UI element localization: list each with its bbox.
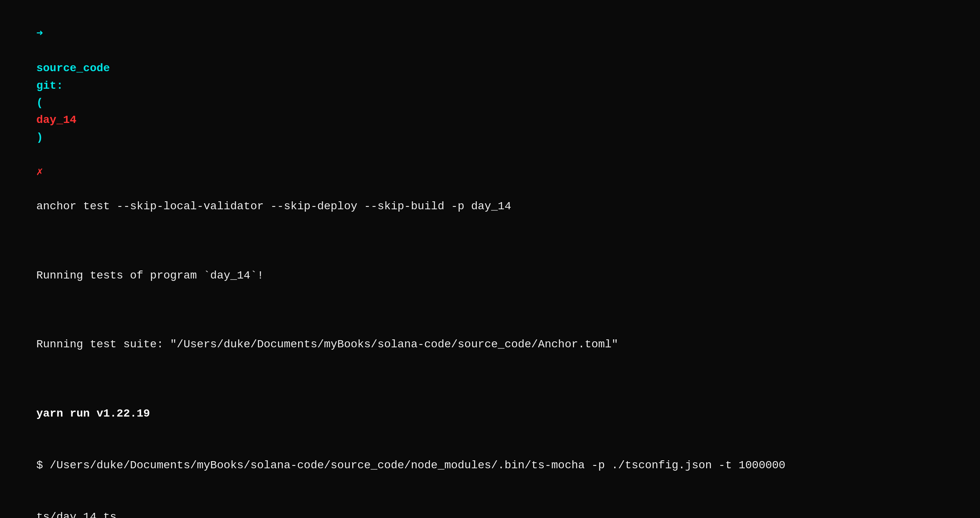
empty-line-1 xyxy=(10,232,970,249)
yarn-command-text-2: ts/day_14.ts xyxy=(36,511,117,518)
running-program-text: Running tests of program `day_14`! xyxy=(36,269,264,282)
prompt-branch-1: day_14 xyxy=(36,114,76,126)
yarn-command-text: $ /Users/duke/Documents/myBooks/solana-c… xyxy=(36,459,785,471)
empty-line-3 xyxy=(10,370,970,388)
yarn-version-text: yarn run v1.22.19 xyxy=(36,407,150,420)
prompt-dir-1: source_code xyxy=(36,62,110,74)
prompt-x-1: ✗ xyxy=(36,166,43,178)
yarn-version-line: yarn run v1.22.19 xyxy=(10,388,970,440)
yarn-command-line-1: $ /Users/duke/Documents/myBooks/solana-c… xyxy=(10,440,970,491)
terminal-window: ➜ source_code git: ( day_14 ) ✗ anchor t… xyxy=(10,8,970,518)
prompt-branch-close-1: ) xyxy=(36,131,43,144)
running-program-line: Running tests of program `day_14`! xyxy=(10,249,970,301)
running-suite-line: Running test suite: "/Users/duke/Documen… xyxy=(10,319,970,370)
command-anchor: anchor test --skip-local-validator --ski… xyxy=(36,200,511,212)
prompt-line-1: ➜ source_code git: ( day_14 ) ✗ anchor t… xyxy=(10,8,970,232)
prompt-git-label-1: git: xyxy=(36,80,63,92)
prompt-branch-open-1: ( xyxy=(36,97,43,109)
empty-line-2 xyxy=(10,302,970,319)
yarn-command-line-2: ts/day_14.ts xyxy=(10,491,970,518)
prompt-arrow-1: ➜ xyxy=(36,27,43,40)
command-text-1 xyxy=(36,183,43,195)
running-suite-text: Running test suite: "/Users/duke/Documen… xyxy=(36,338,618,351)
